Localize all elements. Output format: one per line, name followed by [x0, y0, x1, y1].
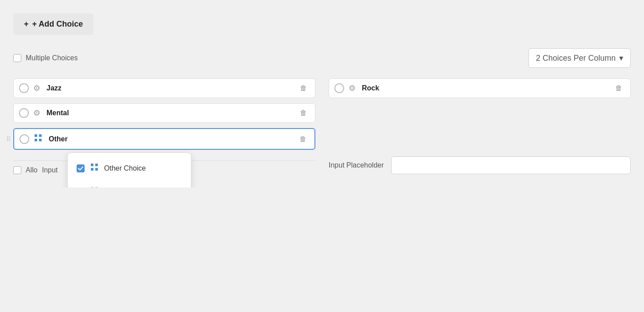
multiple-choices-label[interactable]: Multiple Choices — [13, 54, 78, 62]
svg-rect-6 — [91, 168, 93, 171]
svg-rect-8 — [91, 187, 93, 187]
multiple-choices-checkbox[interactable] — [13, 54, 21, 62]
add-choice-label: + Add Choice — [32, 20, 83, 29]
grid-icon-other-choice — [90, 163, 99, 174]
columns-layout: ⚙ 🗑 ⚙ 🗑 ⠿ 🗑 — [13, 78, 631, 174]
dropdown-item-none-to-all: None to All — [68, 180, 191, 187]
choices-per-column-label: 2 Choices Per Column — [536, 54, 616, 63]
svg-rect-2 — [35, 139, 37, 141]
dropdown-item-other-choice[interactable]: Other Choice — [68, 156, 191, 180]
svg-rect-0 — [35, 134, 37, 137]
dropdown-popup: Other Choice None to All — [67, 152, 191, 187]
choices-per-column-select[interactable]: 2 Choices Per Column ▾ — [528, 48, 631, 68]
choice-row-mental: ⚙ 🗑 — [13, 103, 315, 123]
dropdown-label-other-choice: Other Choice — [104, 164, 146, 172]
options-row: Multiple Choices 2 Choices Per Column ▾ — [13, 48, 631, 68]
gear-icon-mental[interactable]: ⚙ — [33, 108, 40, 118]
grid-icon-none-to-all — [90, 186, 99, 187]
grid-icon-other[interactable] — [34, 133, 43, 144]
radio-other[interactable] — [19, 134, 29, 144]
add-choice-button[interactable]: + + Add Choice — [13, 13, 93, 35]
choice-input-other[interactable] — [47, 134, 292, 144]
choice-input-rock[interactable] — [360, 83, 608, 93]
svg-rect-3 — [39, 139, 42, 141]
allow-checkbox[interactable] — [13, 166, 21, 174]
choice-input-jazz[interactable] — [45, 83, 293, 93]
input-placeholder-label: Input Placeholder — [329, 161, 384, 169]
svg-rect-7 — [95, 168, 98, 171]
delete-jazz-button[interactable]: 🗑 — [297, 83, 310, 93]
svg-rect-1 — [39, 134, 42, 137]
input-placeholder-field[interactable] — [391, 156, 631, 174]
radio-mental[interactable] — [19, 108, 29, 118]
chevron-down-icon: ▾ — [619, 53, 623, 63]
radio-jazz[interactable] — [19, 83, 29, 93]
gear-icon-rock[interactable]: ⚙ — [349, 83, 356, 93]
checkbox-other-choice[interactable] — [77, 164, 85, 172]
radio-rock[interactable] — [334, 83, 344, 93]
column-2: ⚙ 🗑 Input Placeholder — [329, 78, 631, 174]
choice-row-jazz: ⚙ 🗑 — [13, 78, 315, 98]
choice-row-rock: ⚙ 🗑 — [329, 78, 631, 98]
allow-label: Allo — [26, 166, 38, 174]
choice-input-mental[interactable] — [45, 108, 293, 118]
plus-icon: + — [24, 20, 29, 29]
drag-handle-other[interactable]: ⠿ — [6, 136, 11, 143]
multiple-choices-text: Multiple Choices — [26, 54, 78, 62]
input-placeholder-row: Input Placeholder — [329, 156, 631, 174]
delete-mental-button[interactable]: 🗑 — [297, 108, 310, 118]
input-label: Input — [42, 166, 58, 174]
svg-rect-4 — [91, 164, 93, 166]
delete-rock-button[interactable]: 🗑 — [613, 83, 625, 93]
gear-icon-jazz[interactable]: ⚙ — [33, 83, 40, 93]
svg-rect-9 — [95, 187, 98, 187]
svg-rect-5 — [95, 164, 98, 166]
column-1: ⚙ 🗑 ⚙ 🗑 ⠿ 🗑 — [13, 78, 315, 174]
delete-other-button[interactable]: 🗑 — [297, 134, 309, 144]
choice-row-other: ⠿ 🗑 — [13, 128, 315, 150]
